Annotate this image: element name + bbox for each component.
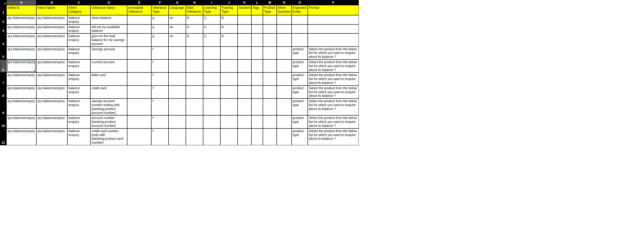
cell-N3[interactable] bbox=[277, 25, 292, 34]
cell-F11[interactable]: f bbox=[151, 129, 168, 145]
cell-G2[interactable]: en bbox=[168, 15, 186, 25]
cell-A7[interactable]: qry-balanceenquiry bbox=[6, 72, 36, 85]
cell-D9[interactable]: savings account number ending with {bank… bbox=[90, 98, 127, 115]
cell-E3[interactable] bbox=[127, 25, 151, 34]
cell-O7[interactable]: product-type bbox=[292, 72, 308, 85]
cell-C9[interactable]: balance enquiry bbox=[68, 98, 90, 115]
cell-G4[interactable]: en bbox=[168, 33, 186, 46]
cell-O10[interactable]: product-type bbox=[292, 115, 308, 128]
cell-I5[interactable] bbox=[203, 47, 220, 59]
cell-G5[interactable] bbox=[168, 47, 186, 59]
column-header-H[interactable]: H bbox=[186, 0, 203, 5]
cell-E7[interactable] bbox=[127, 72, 151, 85]
cell-M11[interactable] bbox=[263, 129, 277, 145]
cell-J5[interactable] bbox=[220, 47, 238, 59]
cell-I3[interactable]: C bbox=[203, 25, 220, 34]
header-cell-M[interactable]: Product Type bbox=[263, 5, 277, 15]
row-header-4[interactable]: 4 bbox=[0, 33, 6, 46]
cell-B7[interactable]: qry-balanceenquiry bbox=[36, 72, 68, 85]
cell-I8[interactable] bbox=[203, 85, 220, 98]
cell-P11[interactable]: Select the product from the below list f… bbox=[308, 129, 359, 145]
cell-N2[interactable] bbox=[277, 15, 292, 25]
cell-K10[interactable] bbox=[238, 115, 252, 128]
column-header-E[interactable]: E bbox=[127, 0, 151, 5]
cell-P8[interactable]: Select the product from the below list f… bbox=[308, 85, 359, 98]
cell-J6[interactable] bbox=[220, 59, 238, 72]
cell-K5[interactable] bbox=[238, 47, 252, 59]
cell-J4[interactable]: B bbox=[220, 33, 238, 46]
row-header-6[interactable]: 6 bbox=[0, 59, 6, 72]
cell-D11[interactable]: credit card number ends with {banking.pr… bbox=[90, 129, 127, 145]
cell-D8[interactable]: credit card bbox=[90, 85, 127, 98]
row-header-8[interactable]: 8 bbox=[0, 85, 6, 98]
cell-J9[interactable] bbox=[220, 98, 238, 115]
cell-N4[interactable] bbox=[277, 33, 292, 46]
cell-L3[interactable] bbox=[252, 25, 263, 34]
cell-J2[interactable]: B bbox=[220, 15, 238, 25]
header-cell-J[interactable]: Training Type bbox=[220, 5, 238, 15]
cell-F5[interactable]: f bbox=[151, 47, 168, 59]
cell-B2[interactable]: qry-balanceenquiry bbox=[36, 15, 68, 25]
cell-F3[interactable]: p bbox=[151, 25, 168, 34]
header-cell-G[interactable]: Language bbox=[168, 5, 186, 15]
cell-D6[interactable]: Current account bbox=[90, 59, 127, 72]
cell-H2[interactable]: N bbox=[186, 15, 203, 25]
cell-I4[interactable]: C bbox=[203, 33, 220, 46]
cell-B11[interactable]: qry-balanceenquiry bbox=[36, 129, 68, 145]
header-cell-N[interactable]: Short Question bbox=[277, 5, 292, 15]
cell-B4[interactable]: qry-balanceenquiry bbox=[36, 33, 68, 46]
cell-J7[interactable] bbox=[220, 72, 238, 85]
cell-L10[interactable] bbox=[252, 115, 263, 128]
cell-E11[interactable] bbox=[127, 129, 151, 145]
row-header-11[interactable]: 11 bbox=[0, 129, 6, 145]
cell-N10[interactable] bbox=[277, 115, 292, 128]
cell-I2[interactable]: C bbox=[203, 15, 220, 25]
column-header-J[interactable]: J bbox=[220, 0, 238, 5]
header-cell-D[interactable]: Utterance Name bbox=[90, 5, 127, 15]
cell-L6[interactable] bbox=[252, 59, 263, 72]
cell-H5[interactable] bbox=[186, 47, 203, 59]
cell-B10[interactable]: qry-balanceenquiry bbox=[36, 115, 68, 128]
cell-D10[interactable]: account number {banking.product-account-… bbox=[90, 115, 127, 128]
column-header-F[interactable]: F bbox=[151, 0, 168, 5]
cell-O2[interactable] bbox=[292, 15, 308, 25]
cell-H7[interactable] bbox=[186, 72, 203, 85]
column-header-D[interactable]: D bbox=[90, 0, 127, 5]
row-header-10[interactable]: 10 bbox=[0, 115, 6, 128]
cell-H9[interactable] bbox=[186, 98, 203, 115]
cell-K8[interactable] bbox=[238, 85, 252, 98]
cell-M5[interactable] bbox=[263, 47, 277, 59]
cell-B5[interactable]: qry-balanceenquiry bbox=[36, 47, 68, 59]
cell-J3[interactable]: B bbox=[220, 25, 238, 34]
cell-E2[interactable] bbox=[127, 15, 151, 25]
cell-P4[interactable] bbox=[308, 33, 359, 46]
cell-C10[interactable]: balance enquiry bbox=[68, 115, 90, 128]
cell-F2[interactable]: p bbox=[151, 15, 168, 25]
cell-F8[interactable]: f bbox=[151, 85, 168, 98]
cell-D4[interactable]: give me the total balance for my savings… bbox=[90, 33, 127, 46]
cell-N9[interactable] bbox=[277, 98, 292, 115]
cell-C4[interactable]: balance enquiry bbox=[68, 33, 90, 46]
cell-G10[interactable] bbox=[168, 115, 186, 128]
cell-K9[interactable] bbox=[238, 98, 252, 115]
column-header-M[interactable]: M bbox=[263, 0, 277, 5]
cell-J10[interactable] bbox=[220, 115, 238, 128]
select-all-corner[interactable] bbox=[0, 0, 6, 5]
cell-A3[interactable]: qry-balanceenquiry bbox=[6, 25, 36, 34]
cell-P10[interactable]: Select the product from the below list f… bbox=[308, 115, 359, 128]
header-cell-O[interactable]: Expected Entity bbox=[292, 5, 308, 15]
column-header-A[interactable]: A bbox=[6, 0, 36, 5]
cell-A2[interactable]: qry-balanceenquiry bbox=[6, 15, 36, 25]
cell-B3[interactable]: qry-balanceenquiry bbox=[36, 25, 68, 34]
header-cell-L[interactable]: Tags bbox=[252, 5, 263, 15]
column-header-C[interactable]: C bbox=[68, 0, 90, 5]
cell-H6[interactable] bbox=[186, 59, 203, 72]
cell-L11[interactable] bbox=[252, 129, 263, 145]
cell-A6[interactable]: qry-balanceenquiry bbox=[6, 59, 36, 72]
cell-N6[interactable] bbox=[277, 59, 292, 72]
cell-L7[interactable] bbox=[252, 72, 263, 85]
cell-L5[interactable] bbox=[252, 47, 263, 59]
cell-K3[interactable] bbox=[238, 25, 252, 34]
cell-A9[interactable]: qry-balanceenquiry bbox=[6, 98, 36, 115]
row-header-9[interactable]: 9 bbox=[0, 98, 6, 115]
